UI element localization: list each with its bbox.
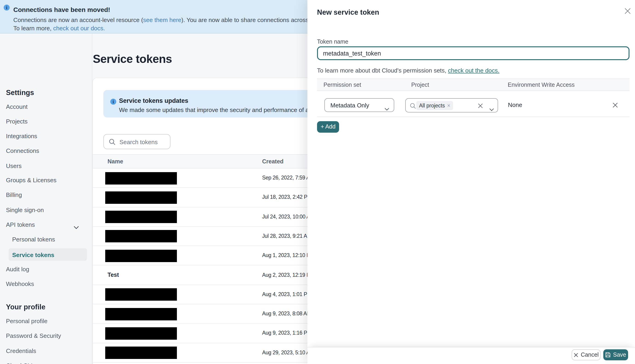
- sidebar-item-credentials[interactable]: Credentials: [6, 348, 36, 354]
- column-header-environment-write-access: Environment Write Access: [508, 82, 575, 88]
- permissions-header-row: Permission set Project Environment Write…: [317, 78, 629, 91]
- token-name-input[interactable]: [317, 46, 629, 60]
- drawer-footer: Cancel Save: [307, 347, 635, 364]
- banner-title: Connections have been moved!: [13, 6, 110, 13]
- banner-learn-more: To learn more, check out our docs.: [13, 25, 105, 32]
- permission-set-value: Metadata Only: [330, 102, 369, 109]
- chevron-down-icon: [489, 105, 494, 113]
- save-icon: [605, 352, 611, 358]
- chevron-down-icon: [74, 223, 79, 231]
- remove-tag-icon[interactable]: ×: [447, 103, 450, 108]
- redacted-token-name: [105, 172, 177, 184]
- save-button[interactable]: Save: [603, 349, 628, 360]
- redacted-token-name: [105, 211, 177, 223]
- check-out-the-docs-link[interactable]: check out the docs.: [448, 67, 499, 74]
- project-tag-all-projects: All projects×: [416, 101, 453, 110]
- add-button-label: Add: [325, 124, 336, 130]
- page-title: Service tokens: [93, 52, 172, 66]
- save-button-label: Save: [613, 352, 626, 358]
- column-header-project: Project: [411, 82, 429, 88]
- column-header-created: Created: [262, 158, 283, 165]
- redacted-token-name: [105, 327, 177, 340]
- search-icon: [109, 138, 115, 145]
- close-icon[interactable]: [624, 7, 632, 16]
- permission-set-select[interactable]: Metadata Only: [325, 98, 394, 112]
- sidebar-item-single-sign-on[interactable]: Single sign-on: [6, 206, 44, 214]
- sidebar-item-api-tokens[interactable]: API tokens: [6, 221, 35, 228]
- sidebar-item-personal-profile[interactable]: Personal profile: [6, 318, 48, 324]
- sidebar-item-personal-tokens[interactable]: Personal tokens: [12, 236, 55, 243]
- sidebar-item-users[interactable]: Users: [6, 162, 22, 170]
- project-select[interactable]: All projects×: [405, 98, 498, 112]
- learn-more-prefix: To learn more,: [13, 25, 53, 32]
- sidebar-item-cloud-cli[interactable]: Cloud CLI: [6, 362, 33, 364]
- info-icon: i: [4, 4, 10, 10]
- sidebar-item-account[interactable]: Account: [6, 103, 28, 110]
- banner-body-prefix: Connections are now an account-level res…: [13, 16, 143, 24]
- sidebar-item-connections[interactable]: Connections: [6, 147, 39, 154]
- sidebar-item-groups-licenses[interactable]: Groups & Licenses: [6, 177, 57, 184]
- search-icon: [410, 103, 416, 109]
- info-icon: i: [110, 99, 116, 105]
- sidebar-heading-your-profile: Your profile: [6, 303, 46, 311]
- check-docs-link[interactable]: check out our docs.: [53, 25, 105, 32]
- app-root: i Connections have been moved! Connectio…: [0, 0, 635, 364]
- sidebar-item-webhooks[interactable]: Webhooks: [6, 280, 34, 287]
- redacted-token-name: [105, 250, 177, 262]
- row-divider: [317, 116, 629, 117]
- clear-selection-icon[interactable]: [477, 102, 483, 110]
- settings-sidebar: Settings Account Projects Integrations C…: [0, 33, 92, 364]
- redacted-token-name: [105, 230, 177, 242]
- drawer-title: New service token: [317, 8, 379, 16]
- redacted-token-name: [105, 288, 177, 301]
- docs-prefix: To learn more about dbt Cloud's permissi…: [317, 67, 448, 74]
- cancel-button-label: Cancel: [581, 352, 599, 358]
- token-name-label: Token name: [317, 38, 348, 45]
- sidebar-item-service-tokens[interactable]: Service tokens: [12, 252, 55, 258]
- redacted-token-name: [105, 308, 177, 320]
- sidebar-item-billing[interactable]: Billing: [6, 192, 22, 198]
- cancel-button[interactable]: Cancel: [572, 349, 600, 360]
- permission-docs-line: To learn more about dbt Cloud's permissi…: [317, 67, 499, 74]
- sidebar-item-password-security[interactable]: Password & Security: [6, 332, 61, 339]
- close-icon: [573, 352, 578, 357]
- sidebar-heading-settings: Settings: [6, 88, 34, 97]
- environment-write-access-value: None: [508, 102, 522, 108]
- sidebar-item-integrations[interactable]: Integrations: [6, 133, 37, 140]
- plus-icon: +: [321, 124, 324, 130]
- new-service-token-drawer: New service token Token name To learn mo…: [307, 0, 635, 364]
- remove-row-icon[interactable]: [612, 102, 618, 110]
- search-input[interactable]: [119, 135, 169, 149]
- search-tokens-box: [103, 134, 170, 149]
- redacted-token-name: [105, 192, 177, 204]
- chevron-down-icon: [385, 104, 389, 112]
- token-name: Test: [108, 272, 119, 278]
- see-them-here-link[interactable]: see them here: [143, 16, 181, 24]
- column-header-permission-set: Permission set: [324, 82, 361, 88]
- infobox-title: Service tokens updates: [119, 97, 188, 104]
- column-header-name: Name: [108, 158, 123, 165]
- redacted-token-name: [105, 346, 177, 359]
- sidebar-item-projects[interactable]: Projects: [6, 118, 28, 125]
- project-tag-label: All projects: [419, 103, 445, 108]
- sidebar-item-audit-log[interactable]: Audit log: [6, 266, 29, 273]
- add-permission-button[interactable]: + Add: [317, 121, 339, 133]
